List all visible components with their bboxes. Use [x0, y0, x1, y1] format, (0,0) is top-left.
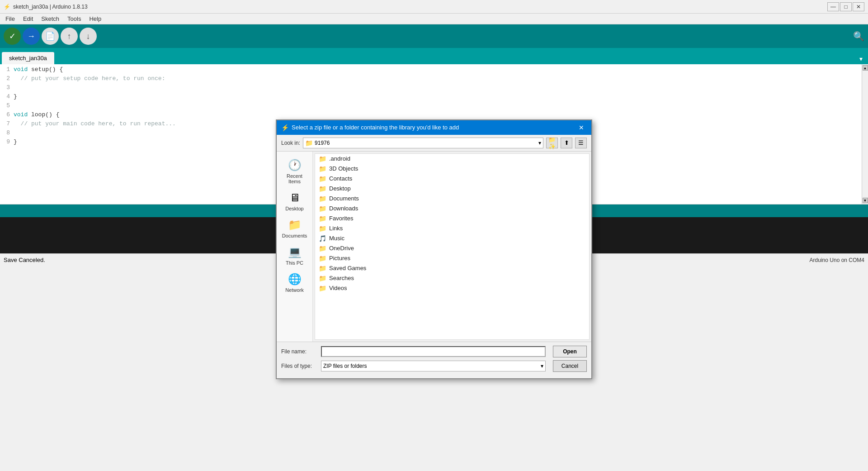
- menu-sketch[interactable]: Sketch: [38, 14, 63, 23]
- filename-input[interactable]: [321, 346, 546, 357]
- file-item-desktop[interactable]: 📁 Desktop: [315, 184, 589, 194]
- title-bar-left: ⚡ sketch_jan30a | Arduino 1.8.13: [4, 4, 88, 10]
- folder-icon: 📁: [319, 205, 326, 212]
- file-chooser-dialog: ⚡ Select a zip file or a folder containi…: [276, 119, 592, 379]
- menu-tools[interactable]: Tools: [64, 14, 85, 23]
- file-item-contacts[interactable]: 📁 Contacts: [315, 174, 589, 184]
- folder-icon: 📁: [319, 275, 326, 282]
- verify-button[interactable]: ✓: [4, 28, 21, 45]
- sidebar-item-desktop[interactable]: 🖥 Desktop: [278, 189, 311, 214]
- filetype-combo[interactable]: ZIP files or folders ▾: [321, 361, 546, 371]
- menu-edit[interactable]: Edit: [19, 14, 37, 23]
- menu-help[interactable]: Help: [85, 14, 105, 23]
- new-button[interactable]: 📄: [42, 28, 59, 45]
- folder-icon: 📁: [319, 255, 326, 262]
- folder-icon: 📁: [319, 175, 326, 182]
- app-title: sketch_jan30a | Arduino 1.8.13: [13, 4, 88, 10]
- look-in-value: 91976: [315, 140, 330, 146]
- dialog-footer: File name: Open Files of type: ZIP files…: [277, 342, 591, 378]
- file-item-searches[interactable]: 📁 Searches: [315, 273, 589, 283]
- filename-label: File name:: [281, 348, 317, 355]
- board-info: Arduino Uno on COM4: [810, 257, 864, 263]
- network-icon: 🌐: [288, 273, 302, 285]
- minimize-button[interactable]: —: [827, 2, 839, 11]
- recent-items-icon: 🕐: [288, 159, 302, 171]
- folder-icon: 📁: [319, 225, 326, 232]
- dialog-body: 🕐 Recent Items 🖥 Desktop 📁 Documents 💻 T…: [277, 152, 591, 342]
- this-pc-icon: 💻: [288, 246, 302, 258]
- filetype-row: Files of type: ZIP files or folders ▾ Ca…: [281, 360, 587, 372]
- folder-icon: 📁: [319, 285, 326, 292]
- file-item-downloads[interactable]: 📁 Downloads: [315, 204, 589, 214]
- documents-icon: 📁: [288, 219, 302, 231]
- file-item-music[interactable]: 🎵 Music: [315, 233, 589, 243]
- folder-icon: 🎵: [319, 235, 326, 242]
- folder-icon: 📁: [319, 155, 326, 162]
- footer-buttons-2: Cancel: [553, 360, 587, 372]
- combo-dropdown-icon: ▾: [538, 140, 541, 146]
- maximize-button[interactable]: □: [840, 2, 852, 11]
- file-item-videos[interactable]: 📁 Videos: [315, 283, 589, 293]
- folder-icon: 📁: [319, 165, 326, 172]
- dialog-arduino-icon: ⚡: [281, 124, 289, 131]
- open-button[interactable]: Open: [553, 346, 587, 357]
- folder-icon: 📁: [319, 265, 326, 272]
- folder-icon: 📁: [319, 215, 326, 222]
- close-button[interactable]: ✕: [853, 2, 864, 11]
- save-button[interactable]: ↓: [80, 28, 97, 45]
- sidebar-item-documents[interactable]: 📁 Documents: [278, 216, 311, 241]
- filetype-value: ZIP files or folders: [323, 363, 367, 369]
- code-line-1: 1 void setup() {: [0, 66, 868, 75]
- code-line-3: 3: [0, 84, 868, 93]
- code-line-5: 5: [0, 102, 868, 111]
- tab-dropdown[interactable]: ▾: [856, 53, 866, 64]
- dialog-look-in-bar: Look in: 📁 91976 ▾ 📁✨ ⬆ ☰: [277, 135, 591, 152]
- code-line-2: 2 // put your setup code here, to run on…: [0, 75, 868, 84]
- dialog-close-button[interactable]: ✕: [576, 122, 587, 133]
- open-button[interactable]: ↑: [61, 28, 78, 45]
- folder-icon: 📁: [319, 245, 326, 252]
- tab-bar: sketch_jan30a ▾: [0, 48, 868, 64]
- filename-row: File name: Open: [281, 346, 587, 357]
- filetype-dropdown-icon: ▾: [541, 363, 543, 369]
- look-in-label: Look in:: [281, 140, 300, 146]
- folder-icon: 📁: [305, 139, 313, 147]
- file-item-3d-objects[interactable]: 📁 3D Objects: [315, 164, 589, 174]
- sidebar-item-this-pc[interactable]: 💻 This PC: [278, 243, 311, 268]
- file-item-pictures[interactable]: 📁 Pictures: [315, 253, 589, 263]
- file-item-onedrive[interactable]: 📁 OneDrive: [315, 243, 589, 253]
- scroll-down[interactable]: ▼: [863, 198, 868, 203]
- title-bar: ⚡ sketch_jan30a | Arduino 1.8.13 — □ ✕: [0, 0, 868, 14]
- new-folder-button[interactable]: 📁✨: [546, 138, 558, 148]
- filetype-label: Files of type:: [281, 363, 317, 369]
- footer-buttons: Open: [553, 346, 587, 357]
- scroll-up[interactable]: ▲: [863, 65, 868, 71]
- menu-file[interactable]: File: [2, 14, 19, 23]
- file-item-documents[interactable]: 📁 Documents: [315, 194, 589, 204]
- look-in-combo[interactable]: 📁 91976 ▾: [303, 138, 543, 148]
- toolbar: ✓ → 📄 ↑ ↓ 🔍: [0, 24, 868, 48]
- file-list[interactable]: 📁 .android 📁 3D Objects 📁 Contacts 📁 Des…: [315, 153, 590, 340]
- serial-monitor-icon[interactable]: 🔍: [853, 31, 864, 42]
- sidebar-item-recent[interactable]: 🕐 Recent Items: [278, 156, 311, 187]
- menu-bar: File Edit Sketch Tools Help: [0, 14, 868, 24]
- file-item-saved-games[interactable]: 📁 Saved Games: [315, 263, 589, 273]
- upload-button[interactable]: →: [23, 28, 40, 45]
- folder-icon: 📁: [319, 185, 326, 192]
- file-item-android[interactable]: 📁 .android: [315, 154, 589, 164]
- view-menu-button[interactable]: ☰: [575, 138, 587, 148]
- folder-icon: 📁: [319, 195, 326, 202]
- app-icon: ⚡: [4, 4, 10, 10]
- desktop-icon: 🖥: [289, 191, 300, 204]
- up-folder-button[interactable]: ⬆: [561, 138, 572, 148]
- save-canceled-text: Save Canceled.: [4, 257, 45, 263]
- dialog-title: Select a zip file or a folder containing…: [292, 124, 573, 131]
- tab-sketch[interactable]: sketch_jan30a: [2, 52, 54, 64]
- file-item-favorites[interactable]: 📁 Favorites: [315, 214, 589, 224]
- sidebar-item-network[interactable]: 🌐 Network: [278, 270, 311, 295]
- file-item-links[interactable]: 📁 Links: [315, 224, 589, 233]
- cancel-button[interactable]: Cancel: [553, 360, 587, 372]
- title-bar-controls: — □ ✕: [827, 2, 864, 11]
- scrollbar[interactable]: ▲ ▼: [862, 64, 868, 204]
- code-line-4: 4 }: [0, 93, 868, 102]
